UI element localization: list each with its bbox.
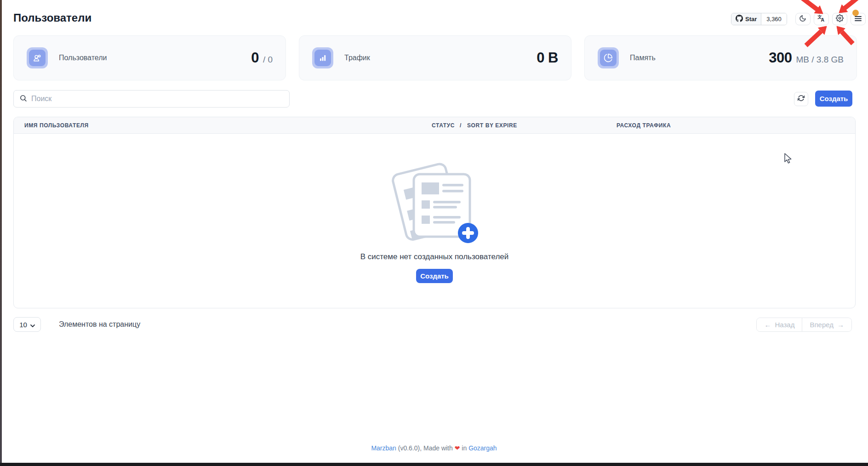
footer-version-text: (v0.6.0), Made with xyxy=(398,444,453,452)
search-box xyxy=(13,90,290,108)
next-page-button[interactable]: Вперед → xyxy=(802,318,851,331)
marzban-users-page: Пользователи Star 3,360 文A xyxy=(0,0,868,466)
arrow-left-icon: ← xyxy=(764,321,771,329)
footer: Marzban (v0.6.0), Made with ❤ in Gozarga… xyxy=(0,444,868,452)
bar-chart-icon xyxy=(312,47,333,68)
pie-chart-icon xyxy=(598,47,619,68)
page-title: Пользователи xyxy=(13,11,91,24)
column-traffic-usage: РАСХОД ТРАФИКА xyxy=(617,122,671,129)
stat-card-memory: Память 300MB / 3.8 GB xyxy=(584,35,857,80)
stat-value: 300 xyxy=(769,50,792,66)
stat-suffix: / 0 xyxy=(263,55,273,65)
stat-cards: Пользователи 0/ 0 Трафик 0 B Память 300M… xyxy=(13,35,857,80)
refresh-icon xyxy=(798,95,805,103)
per-page-label: Элементов на страницу xyxy=(59,320,140,329)
gozargah-link[interactable]: Gozargah xyxy=(468,444,497,452)
arrow-right-icon: → xyxy=(837,321,844,329)
gear-icon xyxy=(836,14,844,24)
empty-state: В системе нет созданных пользователей Со… xyxy=(14,134,855,308)
stat-label: Пользователи xyxy=(59,54,107,62)
pagination: 10 Элементов на страницу ← Назад Вперед … xyxy=(13,317,857,332)
github-icon xyxy=(736,15,743,23)
hamburger-icon xyxy=(855,15,862,23)
table-header: ИМЯ ПОЛЬЗОВАТЕЛЯ СТАТУС / SORT BY EXPIRE… xyxy=(14,117,855,134)
github-star-widget[interactable]: Star 3,360 xyxy=(731,13,787,25)
stat-card-users: Пользователи 0/ 0 xyxy=(13,35,286,80)
page-size-select[interactable]: 10 xyxy=(13,317,41,332)
footer-in-text: in xyxy=(462,444,467,452)
annotation-arrow-top-left xyxy=(799,0,823,14)
empty-state-create-button[interactable]: Создать xyxy=(416,269,453,283)
table-body: В системе нет созданных пользователей Со… xyxy=(14,134,855,308)
chevron-down-icon xyxy=(30,321,35,329)
empty-documents-illustration xyxy=(386,159,483,247)
github-star-label: Star xyxy=(745,16,757,23)
translate-icon: 文A xyxy=(817,14,825,24)
create-user-button[interactable]: Создать xyxy=(815,91,852,107)
moon-icon xyxy=(799,15,806,24)
column-divider: / xyxy=(460,122,462,129)
stat-value: 0 B xyxy=(537,50,558,66)
column-username[interactable]: ИМЯ ПОЛЬЗОВАТЕЛЯ xyxy=(24,122,89,129)
top-toolbar: Star 3,360 文A xyxy=(731,13,866,25)
search-input[interactable] xyxy=(31,95,284,103)
heart-icon: ❤ xyxy=(455,444,460,452)
stat-value: 0 xyxy=(251,50,259,66)
pager-buttons: ← Назад Вперед → xyxy=(756,318,852,332)
svg-text:A: A xyxy=(821,17,825,23)
theme-toggle-button[interactable] xyxy=(795,13,811,25)
github-star-button[interactable]: Star xyxy=(731,13,761,25)
language-button[interactable]: 文A xyxy=(814,13,829,25)
column-sort-by-expire[interactable]: SORT BY EXPIRE xyxy=(467,122,517,129)
prev-page-button[interactable]: ← Назад xyxy=(757,318,802,331)
column-status[interactable]: СТАТУС xyxy=(432,122,455,129)
stat-card-traffic: Трафик 0 B xyxy=(299,35,571,80)
taskbar-strip xyxy=(0,463,868,466)
marzban-link[interactable]: Marzban xyxy=(371,444,396,452)
stat-suffix: MB / 3.8 GB xyxy=(796,55,844,65)
empty-state-message: В системе нет созданных пользователей xyxy=(360,252,509,261)
github-star-count[interactable]: 3,360 xyxy=(761,13,787,25)
window-edge-strip xyxy=(0,0,2,466)
page-size-value: 10 xyxy=(19,321,27,329)
notification-dot xyxy=(852,10,859,16)
users-icon xyxy=(27,47,48,68)
refresh-button[interactable] xyxy=(794,92,808,106)
add-circle-icon xyxy=(458,223,478,243)
stat-label: Память xyxy=(630,54,656,62)
search-icon xyxy=(19,94,27,104)
search-row: Создать xyxy=(13,90,857,108)
users-table: ИМЯ ПОЛЬЗОВАТЕЛЯ СТАТУС / SORT BY EXPIRE… xyxy=(13,117,856,308)
stat-label: Трафик xyxy=(344,54,370,62)
settings-button[interactable] xyxy=(832,13,847,25)
